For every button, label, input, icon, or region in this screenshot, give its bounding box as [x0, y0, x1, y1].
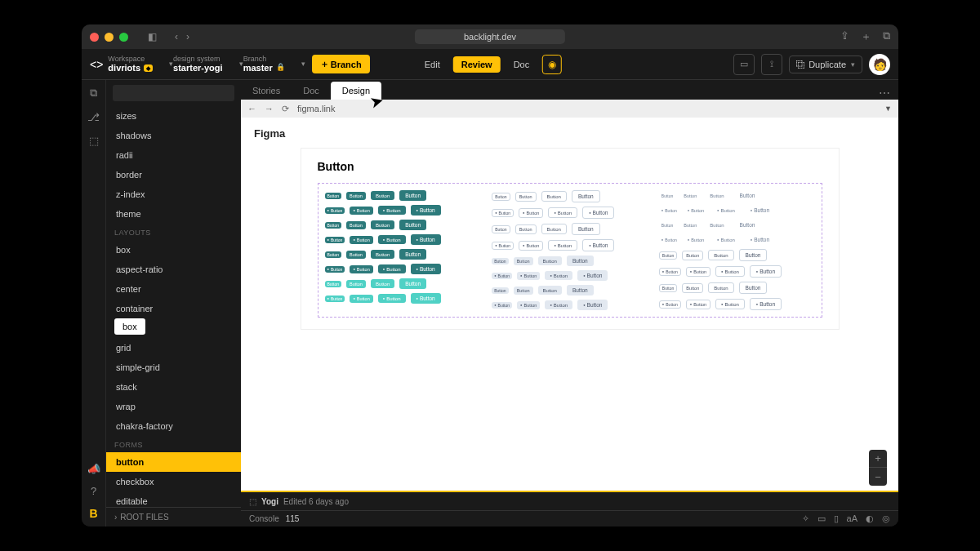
announce-icon[interactable]: 📣	[87, 463, 100, 475]
sidebar-item-wrap[interactable]: wrap	[106, 397, 241, 416]
sidebar-item-zindex[interactable]: z-index	[106, 184, 241, 204]
sidebar-item-border[interactable]: border	[106, 165, 241, 184]
addr-url[interactable]: figma.link	[297, 104, 335, 113]
sidebar-item-button[interactable]: button	[106, 452, 241, 472]
sidebar-search-input[interactable]	[113, 85, 234, 101]
duplicate-button[interactable]: ⿻ Duplicate ▾	[789, 56, 862, 73]
new-branch-button[interactable]: ＋Branch	[312, 55, 370, 73]
minimize-window-icon[interactable]	[105, 33, 114, 42]
mode-edit[interactable]: Edit	[418, 56, 447, 73]
tool-mobile-icon[interactable]: ▯	[834, 513, 839, 524]
new-tab-icon[interactable]: ＋	[861, 29, 871, 44]
traffic-lights	[90, 33, 128, 42]
addr-dropdown-icon[interactable]: ▼	[884, 104, 892, 113]
brand-icon[interactable]: B	[89, 507, 97, 520]
variant-row: ButtonButtonButtonButton	[659, 298, 815, 310]
addr-reload-icon[interactable]: ⟳	[282, 104, 289, 114]
edit-info-bar: ⬚ Yogi Edited 6 days ago	[241, 491, 898, 510]
sidebar-root-files[interactable]: ›ROOT FILES	[106, 507, 241, 527]
maximize-window-icon[interactable]	[119, 33, 128, 42]
sidebar-item-editable[interactable]: editable	[106, 491, 241, 507]
help-icon[interactable]: ?	[91, 485, 96, 497]
design-system-selector[interactable]: design system starter-yogi	[173, 56, 223, 73]
git-branch-icon[interactable]: ⎇	[87, 111, 100, 123]
sidebar-item-sizes[interactable]: sizes	[106, 106, 241, 126]
tab-stories[interactable]: Stories	[241, 82, 292, 100]
design-canvas[interactable]: Figma Button ButtonButtonButtonButtonBut…	[241, 118, 898, 491]
variant-button: Button	[325, 251, 341, 258]
variant-button: Button	[548, 207, 577, 218]
package-icon[interactable]: ⬚	[89, 135, 99, 147]
workspace-selector[interactable]: Workspace divriots◆	[108, 56, 153, 73]
zoom-in-button[interactable]: +	[869, 450, 887, 468]
tool-wand-icon[interactable]: ✧	[802, 513, 809, 524]
logo-icon[interactable]: <>	[90, 58, 103, 71]
files-icon[interactable]: ⧉	[90, 87, 97, 100]
variant-button: Button	[572, 223, 600, 235]
sidebar-item-shadows[interactable]: shadows	[106, 126, 241, 145]
variant-button: Button	[659, 251, 677, 260]
sidebar-item-grid[interactable]: grid	[106, 338, 241, 358]
tool-device-icon[interactable]: ▭	[817, 513, 826, 524]
mode-review[interactable]: Review	[453, 56, 501, 73]
sidebar-item-radii[interactable]: radii	[106, 145, 241, 165]
variant-button: Button	[659, 300, 681, 309]
sidebar-item-container[interactable]: container	[106, 299, 241, 318]
variant-row: ButtonButtonButtonButton	[492, 239, 648, 251]
variant-button: Button	[492, 225, 510, 233]
variant-row: ButtonButtonButtonButton	[325, 278, 481, 289]
tool-text-icon[interactable]: aA	[847, 513, 858, 524]
variant-button: Button	[325, 222, 341, 229]
variant-button: Button	[705, 191, 728, 200]
nav-forward-icon[interactable]: ›	[186, 31, 189, 42]
sidebar-item-aspect-ratio[interactable]: aspect-ratio	[106, 260, 241, 279]
share-icon[interactable]: ⇪	[840, 29, 849, 44]
variant-row: ButtonButtonButtonButton	[325, 234, 481, 245]
variant-row: ButtonButtonButtonButton	[659, 190, 815, 201]
variant-row: ButtonButtonButtonButton	[492, 207, 648, 219]
sidebar-tooltip: box	[114, 318, 145, 335]
tab-design[interactable]: Design	[331, 82, 381, 100]
sidebar-item-theme[interactable]: theme	[106, 204, 241, 224]
variant-button: Button	[517, 272, 540, 280]
mode-doc[interactable]: Doc	[507, 56, 537, 73]
addr-forward-icon[interactable]: →	[265, 104, 274, 113]
zoom-out-button[interactable]: −	[869, 468, 887, 486]
more-menu-icon[interactable]: ⋯	[871, 87, 898, 100]
sidebar-item-checkbox[interactable]: checkbox	[106, 472, 241, 491]
sidebar-item-simple-grid[interactable]: simple-grid	[106, 358, 241, 377]
user-avatar[interactable]: 🧑	[869, 54, 890, 75]
content-tabs: Stories Doc Design ⋯	[241, 80, 898, 100]
variant-button: Button	[734, 190, 761, 201]
tool-contrast-icon[interactable]: ◐	[866, 513, 874, 524]
chevron-down-icon[interactable]: ▾	[301, 60, 305, 68]
variant-row: ButtonButtonButtonButton	[492, 300, 648, 310]
sidebar-item-chakra-factory[interactable]: chakra-factory	[106, 416, 241, 436]
variant-row: ButtonButtonButtonButton	[325, 190, 481, 201]
sidebar-toggle-icon[interactable]: ◧	[148, 31, 157, 42]
variant-button: Button	[399, 190, 426, 201]
branch-selector[interactable]: Branch master 🔒	[243, 56, 285, 73]
variant-button: Button	[346, 221, 366, 229]
addr-back-icon[interactable]: ←	[247, 104, 256, 113]
sidebar-item-stack[interactable]: stack	[106, 377, 241, 397]
variant-button: Button	[680, 192, 700, 200]
variant-column: ButtonButtonButtonButtonButtonButtonButt…	[492, 190, 648, 310]
sidebar-item-box[interactable]: box	[106, 240, 241, 260]
console-label[interactable]: Console	[249, 514, 279, 523]
desktop-preview-icon[interactable]: ▭	[733, 54, 755, 75]
variant-button: Button	[346, 192, 366, 200]
insights-icon[interactable]: ◉	[542, 55, 562, 74]
sidebar-item-center[interactable]: center	[106, 279, 241, 299]
nav-back-icon[interactable]: ‹	[175, 31, 178, 42]
tabs-overview-icon[interactable]: ⧉	[883, 29, 890, 44]
variant-button: Button	[739, 249, 768, 261]
broadcast-icon[interactable]: ⟟	[761, 54, 782, 75]
close-window-icon[interactable]	[90, 33, 99, 42]
url-bar[interactable]: backlight.dev	[415, 29, 565, 44]
variant-button: Button	[712, 206, 740, 215]
figma-logo-icon: ⬚	[249, 497, 256, 506]
variant-button: Button	[659, 237, 679, 243]
tool-target-icon[interactable]: ◎	[882, 513, 890, 524]
tab-doc[interactable]: Doc	[292, 82, 331, 100]
